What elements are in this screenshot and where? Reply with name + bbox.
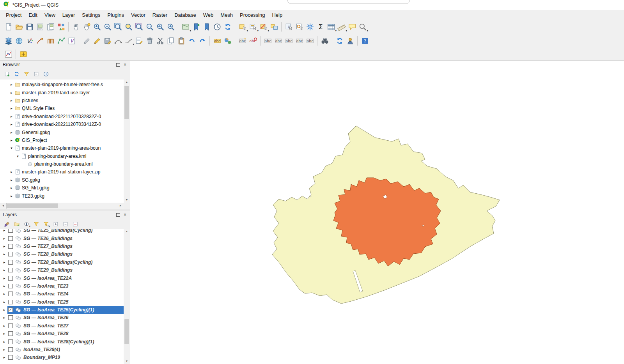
expand-arrow-icon[interactable]: ▸ bbox=[9, 194, 14, 198]
show-hide-labels-button[interactable]: abc bbox=[273, 35, 284, 46]
browser-vertical-scrollbar[interactable]: ▴ ▾ bbox=[124, 80, 130, 203]
menu-database[interactable]: Database bbox=[171, 11, 200, 19]
layer-visibility-checkbox[interactable] bbox=[8, 252, 13, 256]
modify-attributes-button[interactable] bbox=[134, 35, 144, 46]
menu-settings[interactable]: Settings bbox=[78, 11, 104, 19]
geocoder-button[interactable]: ▾ bbox=[357, 22, 368, 32]
layer-item[interactable]: ▸SG — IsoArea_TE27 bbox=[0, 322, 124, 330]
expand-arrow-icon[interactable]: ▸ bbox=[1, 260, 7, 264]
browser-item[interactable]: ▾master-plan-2019-planning-area-boun bbox=[0, 144, 124, 152]
layer-visibility-checkbox[interactable] bbox=[8, 331, 13, 336]
expand-arrow-icon[interactable]: ▸ bbox=[1, 324, 7, 328]
layer-item-body[interactable]: SG — TE29_Buildings bbox=[7, 266, 124, 274]
save-project-button[interactable] bbox=[24, 22, 35, 32]
expand-arrow-icon[interactable]: ▸ bbox=[1, 355, 7, 359]
toggle-editing-button[interactable] bbox=[92, 35, 102, 46]
browser-item[interactable]: ▸SG.gpkg bbox=[0, 176, 124, 184]
new-shapefile-layer-button[interactable]: V bbox=[24, 35, 35, 46]
layer-item-body[interactable]: SG — IsoArea_TE26 bbox=[7, 314, 124, 322]
layer-item-body[interactable]: SG — TE27_Buildings bbox=[7, 242, 124, 250]
layer-item[interactable]: ▸✓SG — IsoArea_TE25(Cycling)(1) bbox=[0, 306, 124, 314]
browser-horizontal-scrollbar[interactable]: ◂ ▸ bbox=[0, 203, 124, 209]
new-virtual-layer-button[interactable]: V bbox=[66, 35, 77, 46]
metasearch-button[interactable] bbox=[345, 35, 355, 46]
new-mesh-layer-button[interactable] bbox=[56, 35, 66, 46]
layer-item[interactable]: ▸SG — IsoArea_TE23 bbox=[0, 282, 124, 290]
new-map-view-button[interactable]: ▾ bbox=[180, 22, 191, 32]
layer-item[interactable]: ▸SG — TE25_Buildings(Cycling) bbox=[0, 229, 124, 234]
collapse-arrow-icon[interactable]: ▾ bbox=[15, 154, 21, 158]
expand-arrow-icon[interactable]: ▸ bbox=[9, 170, 14, 174]
menu-processing[interactable]: Processing bbox=[236, 11, 268, 19]
expand-arrow-icon[interactable]: ▸ bbox=[1, 316, 7, 320]
rotate-label-button[interactable]: abc bbox=[294, 35, 305, 46]
layer-visibility-checkbox[interactable] bbox=[8, 236, 13, 241]
map-tips-button[interactable] bbox=[347, 22, 357, 32]
manage-map-themes-button[interactable]: ▾ bbox=[23, 221, 30, 228]
close-layers-button[interactable]: × bbox=[122, 212, 128, 218]
layer-visibility-checkbox[interactable] bbox=[8, 244, 13, 249]
change-label-button[interactable]: abc bbox=[305, 35, 315, 46]
layer-item-body[interactable]: SG — IsoArea_TE25 bbox=[7, 298, 124, 306]
layer-item-body[interactable]: SG — IsoArea_TE27 bbox=[7, 322, 124, 330]
dropdown-caret-icon[interactable]: ▾ bbox=[48, 225, 50, 228]
digitize-with-curve-button[interactable] bbox=[113, 35, 123, 46]
layer-item[interactable]: ▸SG — IsoArea_TE26 bbox=[0, 314, 124, 322]
move-label-button[interactable]: abc bbox=[284, 35, 294, 46]
layer-visibility-checkbox[interactable] bbox=[8, 276, 13, 281]
select-by-location-button[interactable] bbox=[269, 22, 279, 32]
expand-arrow-icon[interactable]: ▸ bbox=[9, 138, 14, 142]
zoom-to-selection-button[interactable] bbox=[123, 22, 134, 32]
layer-visibility-checkbox[interactable] bbox=[8, 229, 13, 233]
layer-item[interactable]: ▸SG — TE27_Buildings bbox=[0, 242, 124, 250]
layer-item-body[interactable]: IsoArea_TE29(4) bbox=[7, 346, 124, 353]
style-manager-button[interactable] bbox=[56, 22, 66, 32]
dataplotly-button[interactable] bbox=[3, 49, 14, 59]
zoom-out-button[interactable] bbox=[102, 22, 113, 32]
zoom-to-layer-button[interactable] bbox=[134, 22, 144, 32]
remove-layer-button[interactable] bbox=[71, 221, 79, 228]
layer-visibility-checkbox[interactable] bbox=[8, 300, 13, 304]
browser-item[interactable]: ▸drive-download-20221120T033412Z-0 bbox=[0, 120, 124, 128]
expand-arrow-icon[interactable]: ▸ bbox=[1, 340, 7, 344]
layer-item[interactable]: ▸SG — TE26_Buildings bbox=[0, 234, 124, 242]
collapse-all-button[interactable] bbox=[32, 71, 40, 78]
menu-help[interactable]: Help bbox=[268, 11, 286, 19]
menu-edit[interactable]: Edit bbox=[25, 11, 41, 19]
zoom-in-button[interactable] bbox=[92, 22, 102, 32]
statistical-summary-button[interactable]: Σ bbox=[315, 22, 326, 32]
quickosm-button[interactable] bbox=[18, 49, 28, 59]
measure-button[interactable]: ▾ bbox=[336, 22, 347, 32]
browser-item[interactable]: ▾planning-boundary-area.kml bbox=[0, 152, 124, 160]
open-attribute-table-button[interactable]: ▾ bbox=[326, 22, 336, 32]
layer-item[interactable]: ▸SG — IsoArea_TE24 bbox=[0, 290, 124, 298]
add-group-button[interactable] bbox=[13, 221, 20, 228]
scroll-down-icon[interactable]: ▾ bbox=[124, 197, 130, 203]
scroll-left-icon[interactable]: ◂ bbox=[0, 203, 7, 209]
expand-arrow-icon[interactable]: ▸ bbox=[9, 178, 14, 182]
layer-item-body[interactable]: SG — IsoArea_TE22A bbox=[7, 274, 124, 282]
menu-vector[interactable]: Vector bbox=[128, 11, 149, 19]
expand-arrow-icon[interactable]: ▸ bbox=[9, 186, 14, 190]
expand-arrow-icon[interactable]: ▸ bbox=[1, 237, 7, 240]
delete-selected-button[interactable] bbox=[144, 35, 155, 46]
expand-arrow-icon[interactable]: ▸ bbox=[9, 115, 14, 118]
browser-item[interactable]: ▸drive-download-20221120T032832Z-0 bbox=[0, 113, 124, 120]
layer-visibility-checkbox[interactable] bbox=[8, 347, 13, 352]
zoom-last-button[interactable] bbox=[155, 22, 165, 32]
new-project-button[interactable] bbox=[3, 22, 14, 32]
select-features-by-value-button[interactable]: ▾ bbox=[248, 22, 258, 32]
layer-item[interactable]: ▸IsoArea_TE29(4) bbox=[0, 346, 124, 353]
layer-diagram-options-button[interactable] bbox=[222, 35, 233, 46]
menu-plugins[interactable]: Plugins bbox=[104, 11, 128, 19]
layer-item-body[interactable]: ✓SG — IsoArea_TE25(Cycling)(1) bbox=[7, 306, 124, 314]
layer-visibility-checkbox[interactable] bbox=[8, 284, 13, 288]
browser-item[interactable]: ▸General.gpkg bbox=[0, 128, 124, 136]
browser-item[interactable]: ▸TE23.gpkg bbox=[0, 192, 124, 200]
layer-item-body[interactable]: SG — IsoArea_TE23 bbox=[7, 282, 124, 290]
menu-layer[interactable]: Layer bbox=[59, 11, 79, 19]
show-properties-widget-button[interactable]: i bbox=[42, 71, 50, 78]
browser-item[interactable]: ▸master-plan-2019-land-use-layer bbox=[0, 88, 124, 96]
reload-plugins-button[interactable] bbox=[334, 35, 345, 46]
layer-item-body[interactable]: SG — TE28_Buildings(Cycling) bbox=[7, 258, 124, 266]
